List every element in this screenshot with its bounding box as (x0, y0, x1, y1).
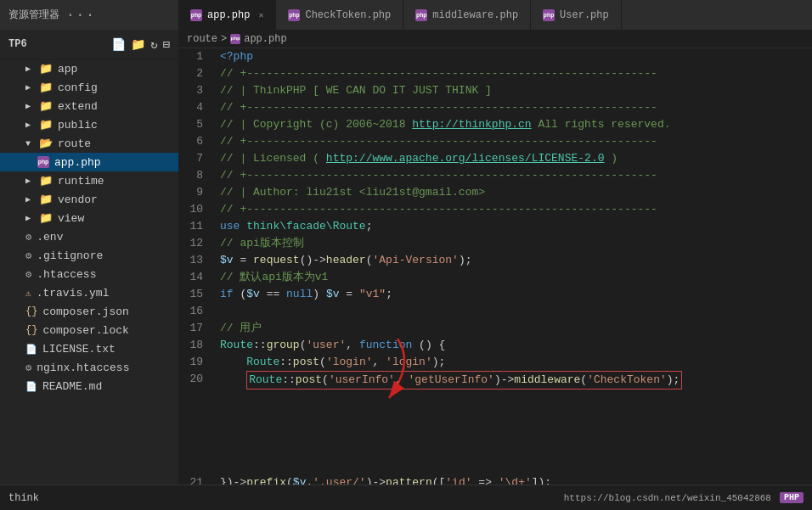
code-editor[interactable]: 1 <?php 2 // +--------------------------… (178, 48, 812, 485)
sidebar-item-license[interactable]: 📄 LICENSE.txt (0, 339, 178, 358)
table-row: 13 $v = request()->header('Api-Version')… (178, 252, 812, 269)
tab-app-php[interactable]: php app.php ✕ (178, 0, 276, 30)
sidebar-item-route[interactable]: ▼ 📂 route (0, 134, 178, 153)
sidebar-item-config[interactable]: ▶ 📁 config (0, 78, 178, 97)
collapse-icon[interactable]: ⊟ (163, 37, 170, 52)
sidebar-item-nginx[interactable]: ⚙ nginx.htaccess (0, 358, 178, 377)
line-code: // | Author: liu21st <liu21st@gmail.com> (217, 184, 812, 201)
warn-icon: ⚠ (25, 288, 31, 299)
table-row: 1 <?php (178, 48, 812, 65)
arrow-right-icon: ▶ (25, 120, 34, 130)
table-row: 19 Route::post('login', 'login'); (178, 354, 812, 371)
sidebar-item-composer-json[interactable]: {} composer.json (0, 302, 178, 321)
tab-checktoken-php[interactable]: php CheckToken.php (276, 0, 403, 30)
line-number: 2 (178, 65, 217, 82)
line-code: if ($v == null) $v = "v1"; (217, 286, 812, 303)
arrow-right-icon: ▶ (25, 64, 34, 74)
close-tab-icon[interactable]: ✕ (258, 10, 263, 20)
sidebar-item-htaccess[interactable]: ⚙ .htaccess (0, 265, 178, 283)
txt-icon: 📄 (25, 381, 37, 392)
brace-icon: {} (25, 324, 37, 336)
folder-icon: 📁 (39, 118, 53, 132)
new-folder-icon[interactable]: 📁 (131, 37, 145, 52)
txt-icon: 📄 (25, 344, 37, 355)
sidebar-item-extend[interactable]: ▶ 📁 extend (0, 97, 178, 115)
line-number: 8 (178, 167, 217, 184)
sidebar-item-label: .env (37, 231, 63, 244)
sidebar-item-label: extend (58, 100, 98, 113)
tab-user-php[interactable]: php User.php (531, 0, 622, 30)
sidebar-item-travis[interactable]: ⚠ .travis.yml (0, 283, 178, 302)
breadcrumb: route > php app.php (178, 30, 812, 48)
line-code: Route::post('userInfo', 'getUserInfo')->… (217, 371, 812, 474)
arrow-right-icon: ▶ (25, 82, 34, 92)
status-right: https://blog.csdn.net/weixin_45042868 PH… (178, 492, 804, 503)
sidebar-item-label: nginx.htaccess (37, 361, 129, 374)
line-code: // +------------------------------------… (217, 65, 812, 82)
line-code: // +------------------------------------… (217, 167, 812, 184)
sidebar-item-runtime[interactable]: ▶ 📁 runtime (0, 171, 178, 190)
sidebar-item-app[interactable]: ▶ 📁 app (0, 59, 178, 78)
sidebar-item-label: composer.lock (42, 324, 128, 337)
table-row: 3 // | ThinkPHP [ WE CAN DO IT JUST THIN… (178, 82, 812, 99)
line-number: 13 (178, 252, 217, 269)
line-number: 14 (178, 269, 217, 286)
table-row: 15 if ($v == null) $v = "v1"; (178, 286, 812, 303)
table-row: 16 (178, 303, 812, 320)
line-code: })->prefix($v.'.user/')->pattern(['id' =… (217, 474, 812, 485)
line-number: 20 (178, 371, 217, 474)
folder-icon: 📁 (39, 81, 53, 94)
code-table: 1 <?php 2 // +--------------------------… (178, 48, 812, 485)
line-code: <?php (217, 48, 812, 65)
sidebar-item-view[interactable]: ▶ 📁 view (0, 209, 178, 227)
sidebar-item-vendor[interactable]: ▶ 📁 vendor (0, 190, 178, 209)
line-code: $v = request()->header('Api-Version'); (217, 252, 812, 269)
sidebar-item-label: .gitignore (37, 249, 103, 262)
tab-label-middleware: middleware.php (432, 9, 518, 21)
sidebar-item-app-php[interactable]: php app.php (0, 153, 178, 171)
table-row: 21 })->prefix($v.'.user/')->pattern(['id… (178, 474, 812, 485)
table-row: 6 // +----------------------------------… (178, 133, 812, 150)
arrow-right-icon: ▶ (25, 176, 34, 186)
line-code: // 用户 (217, 320, 812, 337)
refresh-icon[interactable]: ↻ (150, 37, 157, 52)
gear-icon: ⚙ (25, 249, 31, 262)
sidebar-item-label: README.md (42, 380, 102, 393)
gear-icon: ⚙ (25, 231, 31, 244)
line-number: 6 (178, 133, 217, 150)
php-icon: php (543, 9, 555, 21)
folder-icon: 📁 (39, 211, 53, 225)
brace-icon: {} (25, 305, 37, 317)
sidebar-item-env[interactable]: ⚙ .env (0, 227, 178, 246)
resource-manager-label: 资源管理器 (8, 8, 59, 22)
table-row: 10 // +---------------------------------… (178, 201, 812, 218)
table-row: 7 // | Licensed ( http://www.apache.org/… (178, 150, 812, 167)
sidebar-item-public[interactable]: ▶ 📁 public (0, 115, 178, 134)
table-row: 18 Route::group('user', function () { (178, 337, 812, 354)
line-code: // | Copyright (c) 2006~2018 http://thin… (217, 116, 812, 133)
breadcrumb-path: route (187, 33, 217, 45)
new-file-icon[interactable]: 📄 (111, 37, 126, 52)
editor-area: route > php app.php 1 <?php 2 // +------… (178, 30, 812, 485)
tab-middleware-php[interactable]: php middleware.php (403, 0, 531, 30)
sidebar-section-title: TP6 (8, 38, 104, 50)
sidebar-item-gitignore[interactable]: ⚙ .gitignore (0, 246, 178, 265)
line-number: 21 (178, 474, 217, 485)
table-row-highlighted: 20 Route::post('userInfo', 'getUserInfo'… (178, 371, 812, 474)
more-icon[interactable]: ··· (66, 8, 96, 23)
line-number: 10 (178, 201, 217, 218)
sidebar-item-label: config (58, 81, 98, 94)
sidebar-item-label: app (58, 63, 77, 76)
tab-label-user: User.php (560, 9, 609, 21)
line-number: 19 (178, 354, 217, 371)
line-number: 3 (178, 82, 217, 99)
tab-label-app: app.php (207, 9, 250, 21)
sidebar-item-label: LICENSE.txt (42, 343, 116, 356)
php-icon: php (288, 9, 300, 21)
sidebar-item-label: view (58, 212, 84, 225)
sidebar-item-readme[interactable]: 📄 README.md (0, 377, 178, 395)
sidebar-item-label: public (58, 119, 98, 132)
sidebar-item-label: composer.json (42, 305, 128, 318)
sidebar-item-composer-lock[interactable]: {} composer.lock (0, 321, 178, 339)
table-row: 12 // api版本控制 (178, 235, 812, 252)
